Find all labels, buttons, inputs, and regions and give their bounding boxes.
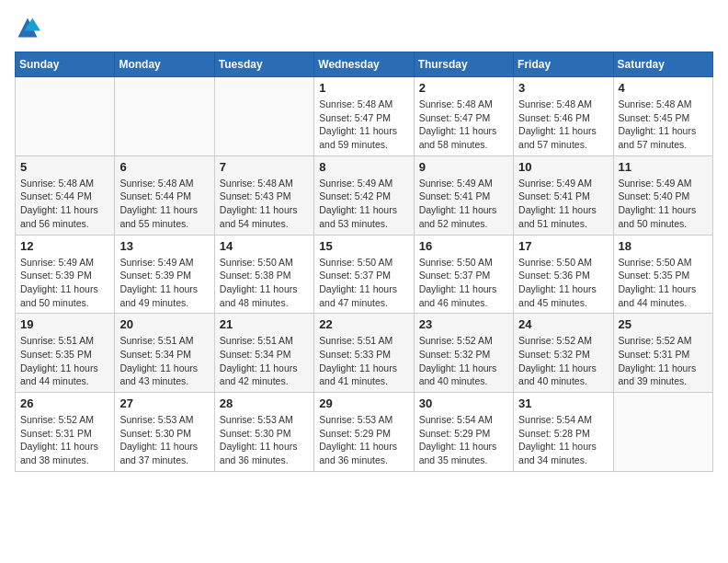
day-number: 4 bbox=[619, 81, 708, 95]
day-number: 12 bbox=[20, 239, 109, 253]
day-number: 24 bbox=[518, 317, 608, 331]
calendar-cell: 22Sunrise: 5:51 AM Sunset: 5:33 PM Dayli… bbox=[314, 314, 414, 393]
calendar-week-5: 26Sunrise: 5:52 AM Sunset: 5:31 PM Dayli… bbox=[16, 393, 713, 472]
day-number: 28 bbox=[220, 396, 309, 410]
day-info: Sunrise: 5:49 AM Sunset: 5:39 PM Dayligh… bbox=[20, 256, 109, 310]
day-info: Sunrise: 5:49 AM Sunset: 5:41 PM Dayligh… bbox=[419, 177, 508, 231]
day-info: Sunrise: 5:51 AM Sunset: 5:33 PM Dayligh… bbox=[319, 334, 408, 388]
col-header-monday: Monday bbox=[115, 52, 214, 77]
calendar-cell: 23Sunrise: 5:52 AM Sunset: 5:32 PM Dayli… bbox=[414, 314, 513, 393]
day-info: Sunrise: 5:49 AM Sunset: 5:40 PM Dayligh… bbox=[619, 177, 708, 231]
day-info: Sunrise: 5:53 AM Sunset: 5:30 PM Dayligh… bbox=[220, 413, 309, 467]
calendar-cell: 16Sunrise: 5:50 AM Sunset: 5:37 PM Dayli… bbox=[414, 235, 513, 314]
calendar-cell: 29Sunrise: 5:53 AM Sunset: 5:29 PM Dayli… bbox=[314, 393, 414, 472]
day-number: 8 bbox=[319, 160, 408, 174]
day-number: 2 bbox=[419, 81, 508, 95]
calendar-cell: 18Sunrise: 5:50 AM Sunset: 5:35 PM Dayli… bbox=[613, 235, 712, 314]
day-number: 31 bbox=[518, 396, 608, 410]
day-number: 10 bbox=[518, 160, 608, 174]
day-info: Sunrise: 5:54 AM Sunset: 5:28 PM Dayligh… bbox=[518, 413, 608, 467]
day-number: 27 bbox=[119, 396, 209, 410]
calendar-table: SundayMondayTuesdayWednesdayThursdayFrid… bbox=[15, 52, 713, 472]
calendar-cell: 2Sunrise: 5:48 AM Sunset: 5:47 PM Daylig… bbox=[414, 77, 513, 156]
day-number: 5 bbox=[20, 160, 109, 174]
col-header-tuesday: Tuesday bbox=[214, 52, 313, 77]
day-info: Sunrise: 5:48 AM Sunset: 5:46 PM Dayligh… bbox=[518, 98, 608, 152]
day-number: 26 bbox=[20, 396, 109, 410]
day-number: 9 bbox=[419, 160, 508, 174]
calendar-week-2: 5Sunrise: 5:48 AM Sunset: 5:44 PM Daylig… bbox=[16, 155, 713, 235]
day-info: Sunrise: 5:53 AM Sunset: 5:30 PM Dayligh… bbox=[119, 413, 209, 467]
day-number: 21 bbox=[220, 317, 309, 331]
calendar-cell: 7Sunrise: 5:48 AM Sunset: 5:43 PM Daylig… bbox=[214, 155, 313, 235]
day-info: Sunrise: 5:49 AM Sunset: 5:42 PM Dayligh… bbox=[319, 177, 408, 231]
calendar-week-4: 19Sunrise: 5:51 AM Sunset: 5:35 PM Dayli… bbox=[16, 314, 713, 393]
day-number: 11 bbox=[619, 160, 708, 174]
col-header-saturday: Saturday bbox=[613, 52, 712, 77]
page-header bbox=[15, 15, 713, 40]
day-info: Sunrise: 5:52 AM Sunset: 5:32 PM Dayligh… bbox=[518, 334, 608, 388]
day-info: Sunrise: 5:50 AM Sunset: 5:38 PM Dayligh… bbox=[220, 256, 309, 310]
day-info: Sunrise: 5:52 AM Sunset: 5:32 PM Dayligh… bbox=[419, 334, 508, 388]
day-info: Sunrise: 5:48 AM Sunset: 5:44 PM Dayligh… bbox=[119, 177, 209, 231]
day-info: Sunrise: 5:48 AM Sunset: 5:47 PM Dayligh… bbox=[419, 98, 508, 152]
calendar-cell: 14Sunrise: 5:50 AM Sunset: 5:38 PM Dayli… bbox=[214, 235, 313, 314]
day-number: 25 bbox=[619, 317, 708, 331]
day-number: 7 bbox=[220, 160, 309, 174]
calendar-cell: 8Sunrise: 5:49 AM Sunset: 5:42 PM Daylig… bbox=[314, 155, 414, 235]
calendar-cell bbox=[214, 77, 313, 156]
day-number: 18 bbox=[619, 239, 708, 253]
calendar-cell: 1Sunrise: 5:48 AM Sunset: 5:47 PM Daylig… bbox=[314, 77, 414, 156]
calendar-cell: 27Sunrise: 5:53 AM Sunset: 5:30 PM Dayli… bbox=[115, 393, 214, 472]
day-number: 14 bbox=[220, 239, 309, 253]
calendar-cell: 19Sunrise: 5:51 AM Sunset: 5:35 PM Dayli… bbox=[16, 314, 115, 393]
calendar-cell: 4Sunrise: 5:48 AM Sunset: 5:45 PM Daylig… bbox=[613, 77, 712, 156]
day-info: Sunrise: 5:54 AM Sunset: 5:29 PM Dayligh… bbox=[419, 413, 508, 467]
col-header-friday: Friday bbox=[514, 52, 613, 77]
calendar-week-3: 12Sunrise: 5:49 AM Sunset: 5:39 PM Dayli… bbox=[16, 235, 713, 314]
day-number: 29 bbox=[319, 396, 408, 410]
calendar-cell: 10Sunrise: 5:49 AM Sunset: 5:41 PM Dayli… bbox=[514, 155, 613, 235]
day-info: Sunrise: 5:51 AM Sunset: 5:34 PM Dayligh… bbox=[119, 334, 209, 388]
day-number: 30 bbox=[419, 396, 508, 410]
day-info: Sunrise: 5:48 AM Sunset: 5:44 PM Dayligh… bbox=[20, 177, 109, 231]
calendar-cell: 5Sunrise: 5:48 AM Sunset: 5:44 PM Daylig… bbox=[16, 155, 115, 235]
day-number: 23 bbox=[419, 317, 508, 331]
calendar-cell: 6Sunrise: 5:48 AM Sunset: 5:44 PM Daylig… bbox=[115, 155, 214, 235]
day-number: 1 bbox=[319, 81, 408, 95]
calendar-cell bbox=[16, 77, 115, 156]
day-info: Sunrise: 5:53 AM Sunset: 5:29 PM Dayligh… bbox=[319, 413, 408, 467]
day-info: Sunrise: 5:49 AM Sunset: 5:39 PM Dayligh… bbox=[119, 256, 209, 310]
calendar-cell: 31Sunrise: 5:54 AM Sunset: 5:28 PM Dayli… bbox=[514, 393, 613, 472]
calendar-cell: 21Sunrise: 5:51 AM Sunset: 5:34 PM Dayli… bbox=[214, 314, 313, 393]
day-info: Sunrise: 5:50 AM Sunset: 5:37 PM Dayligh… bbox=[319, 256, 408, 310]
calendar-cell: 11Sunrise: 5:49 AM Sunset: 5:40 PM Dayli… bbox=[613, 155, 712, 235]
col-header-thursday: Thursday bbox=[414, 52, 513, 77]
calendar-cell: 15Sunrise: 5:50 AM Sunset: 5:37 PM Dayli… bbox=[314, 235, 414, 314]
day-number: 17 bbox=[518, 239, 608, 253]
calendar-cell: 28Sunrise: 5:53 AM Sunset: 5:30 PM Dayli… bbox=[214, 393, 313, 472]
logo-icon bbox=[15, 15, 40, 40]
day-info: Sunrise: 5:52 AM Sunset: 5:31 PM Dayligh… bbox=[619, 334, 708, 388]
col-header-sunday: Sunday bbox=[16, 52, 115, 77]
day-number: 19 bbox=[20, 317, 109, 331]
day-info: Sunrise: 5:51 AM Sunset: 5:35 PM Dayligh… bbox=[20, 334, 109, 388]
calendar-cell: 26Sunrise: 5:52 AM Sunset: 5:31 PM Dayli… bbox=[16, 393, 115, 472]
day-number: 15 bbox=[319, 239, 408, 253]
calendar-cell bbox=[115, 77, 214, 156]
calendar-cell: 12Sunrise: 5:49 AM Sunset: 5:39 PM Dayli… bbox=[16, 235, 115, 314]
day-info: Sunrise: 5:50 AM Sunset: 5:37 PM Dayligh… bbox=[419, 256, 508, 310]
calendar-week-1: 1Sunrise: 5:48 AM Sunset: 5:47 PM Daylig… bbox=[16, 77, 713, 156]
day-number: 6 bbox=[119, 160, 209, 174]
logo bbox=[15, 15, 44, 40]
calendar-cell: 24Sunrise: 5:52 AM Sunset: 5:32 PM Dayli… bbox=[514, 314, 613, 393]
day-number: 20 bbox=[119, 317, 209, 331]
day-info: Sunrise: 5:52 AM Sunset: 5:31 PM Dayligh… bbox=[20, 413, 109, 467]
day-number: 16 bbox=[419, 239, 508, 253]
calendar-cell: 17Sunrise: 5:50 AM Sunset: 5:36 PM Dayli… bbox=[514, 235, 613, 314]
calendar-cell: 25Sunrise: 5:52 AM Sunset: 5:31 PM Dayli… bbox=[613, 314, 712, 393]
calendar-header-row: SundayMondayTuesdayWednesdayThursdayFrid… bbox=[16, 52, 713, 77]
day-info: Sunrise: 5:51 AM Sunset: 5:34 PM Dayligh… bbox=[220, 334, 309, 388]
calendar-cell: 3Sunrise: 5:48 AM Sunset: 5:46 PM Daylig… bbox=[514, 77, 613, 156]
col-header-wednesday: Wednesday bbox=[314, 52, 414, 77]
